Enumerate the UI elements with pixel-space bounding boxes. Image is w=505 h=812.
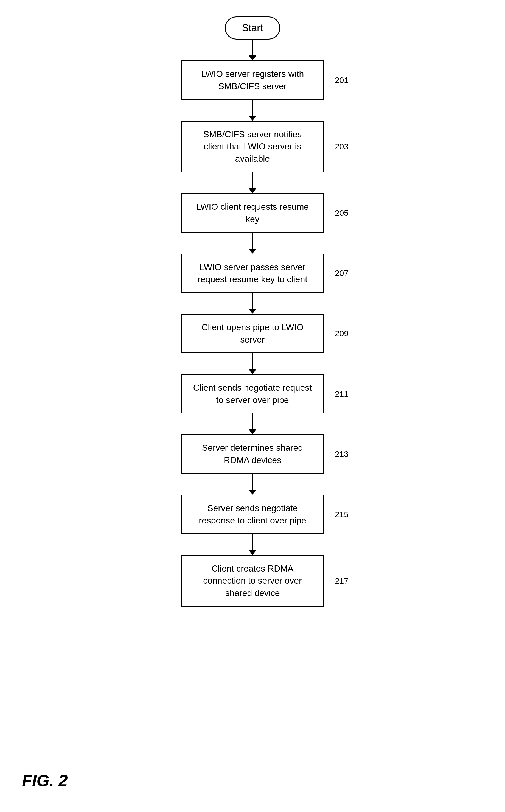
step-label-207: 207	[335, 269, 349, 278]
step-label-203: 203	[335, 142, 349, 151]
arrow-2	[252, 172, 253, 193]
step-row-217: Client creates RDMA connection to server…	[156, 555, 349, 607]
arrow-5	[252, 353, 253, 374]
arrow-6	[252, 414, 253, 434]
process-box-203: SMB/CIFS server notifies client that LWI…	[181, 121, 324, 172]
process-box-209: Client opens pipe to LWIO server	[181, 314, 324, 353]
step-row-201: LWIO server registers with SMB/CIFS serv…	[156, 60, 349, 100]
start-node: Start	[225, 16, 280, 39]
step-row-209: Client opens pipe to LWIO server 209	[156, 314, 349, 353]
arrow-3	[252, 233, 253, 254]
arrow-4	[252, 293, 253, 314]
process-box-201: LWIO server registers with SMB/CIFS serv…	[181, 60, 324, 100]
process-box-211: Client sends negotiate request to server…	[181, 374, 324, 414]
arrow-0	[252, 39, 253, 60]
step-row-203: SMB/CIFS server notifies client that LWI…	[156, 121, 349, 172]
step-label-209: 209	[335, 329, 349, 338]
flowchart: Start LWIO server registers with SMB/CIF…	[156, 16, 349, 607]
step-label-213: 213	[335, 449, 349, 459]
arrow-1	[252, 100, 253, 121]
step-row-211: Client sends negotiate request to server…	[156, 374, 349, 414]
process-box-215: Server sends negotiate response to clien…	[181, 495, 324, 534]
step-label-217: 217	[335, 576, 349, 586]
step-row-215: Server sends negotiate response to clien…	[156, 495, 349, 534]
arrow-8	[252, 534, 253, 555]
figure-label: FIG. 2	[22, 771, 68, 790]
step-label-201: 201	[335, 75, 349, 85]
process-box-217: Client creates RDMA connection to server…	[181, 555, 324, 607]
process-box-213: Server determines shared RDMA devices	[181, 434, 324, 474]
process-box-207: LWIO server passes server request resume…	[181, 254, 324, 293]
process-box-205: LWIO client requests resume key	[181, 193, 324, 233]
step-row-213: Server determines shared RDMA devices 21…	[156, 434, 349, 474]
step-label-215: 215	[335, 510, 349, 519]
diagram-container: Start LWIO server registers with SMB/CIF…	[0, 0, 505, 812]
arrow-7	[252, 474, 253, 495]
step-label-205: 205	[335, 208, 349, 218]
step-label-211: 211	[335, 389, 349, 398]
step-row-205: LWIO client requests resume key 205	[156, 193, 349, 233]
step-row-207: LWIO server passes server request resume…	[156, 254, 349, 293]
